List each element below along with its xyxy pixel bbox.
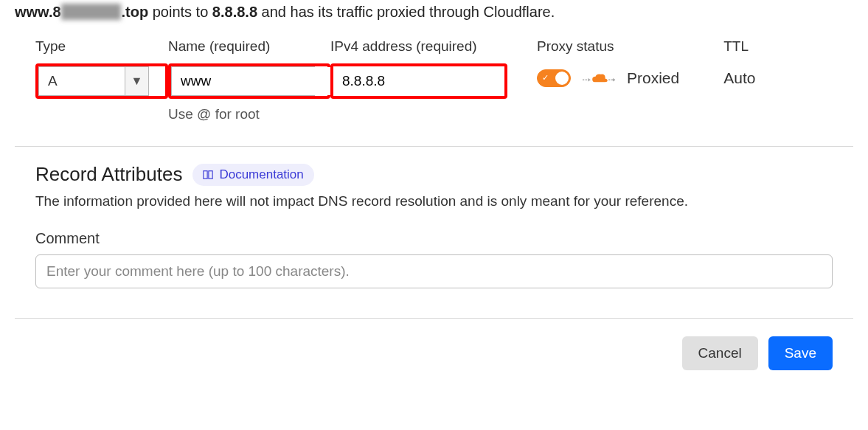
- svg-rect-5: [209, 170, 212, 178]
- dns-form-row: Type A ▼ Name (required) ▲ ▼ Use @ for r…: [15, 38, 853, 122]
- attrs-header: Record Attributes Documentation: [35, 163, 833, 186]
- summary-tail: and has its traffic proxied through Clou…: [257, 4, 555, 20]
- highlight-ip: [330, 63, 507, 99]
- name-hint: Use @ for root: [168, 106, 330, 122]
- proxy-toggle[interactable]: ✓: [537, 69, 571, 87]
- highlight-name: ▲ ▼: [168, 63, 330, 99]
- check-icon: ✓: [542, 73, 549, 83]
- type-select[interactable]: A ▼: [38, 66, 149, 96]
- comment-label: Comment: [35, 230, 833, 247]
- svg-marker-1: [588, 78, 591, 81]
- attrs-title: Record Attributes: [35, 163, 182, 186]
- divider-2: [15, 318, 853, 319]
- ip-input[interactable]: [333, 66, 503, 96]
- dns-summary: www.8xxxxxxx.top points to 8.8.8.8 and h…: [15, 4, 853, 21]
- type-select-value: A: [39, 67, 125, 95]
- label-ip: IPv4 address (required): [330, 38, 515, 55]
- label-proxy: Proxy status: [537, 38, 679, 55]
- summary-mid: points to: [148, 4, 212, 20]
- chevron-down-icon[interactable]: ▼: [125, 67, 148, 95]
- ttl-value: Auto: [723, 69, 755, 87]
- summary-hostname-prefix: www.8: [15, 4, 61, 20]
- summary-ip: 8.8.8.8: [212, 4, 257, 20]
- label-name: Name (required): [168, 38, 330, 55]
- proxy-row: ✓ Proxied: [537, 69, 679, 87]
- form-actions: Cancel Save: [15, 336, 853, 370]
- cloudflare-proxy-icon: [583, 69, 615, 87]
- name-input-wrap: ▲ ▼: [171, 66, 315, 96]
- record-attributes: Record Attributes Documentation The info…: [15, 163, 853, 288]
- field-ttl: TTL Auto: [723, 38, 755, 87]
- field-ip: IPv4 address (required): [330, 38, 515, 99]
- label-ttl: TTL: [723, 38, 755, 55]
- documentation-link[interactable]: Documentation: [192, 164, 313, 186]
- field-proxy: Proxy status ✓ Proxied: [537, 38, 679, 87]
- svg-marker-3: [613, 78, 615, 81]
- proxy-status-text: Proxied: [627, 69, 679, 87]
- save-button[interactable]: Save: [768, 336, 833, 370]
- summary-hostname-suffix: .top: [121, 4, 148, 20]
- field-type: Type A ▼: [35, 38, 168, 99]
- attrs-description: The information provided here will not i…: [35, 193, 833, 209]
- book-icon: [203, 170, 213, 180]
- svg-rect-4: [204, 170, 207, 178]
- comment-input[interactable]: [35, 254, 833, 288]
- documentation-label: Documentation: [219, 167, 303, 182]
- cancel-button[interactable]: Cancel: [682, 336, 758, 370]
- highlight-type: A ▼: [35, 63, 168, 99]
- toggle-knob: [555, 72, 569, 85]
- field-name: Name (required) ▲ ▼ Use @ for root: [168, 38, 330, 122]
- label-type: Type: [35, 38, 168, 55]
- summary-hostname-blurred: xxxxxxx: [61, 4, 122, 20]
- divider: [15, 146, 853, 147]
